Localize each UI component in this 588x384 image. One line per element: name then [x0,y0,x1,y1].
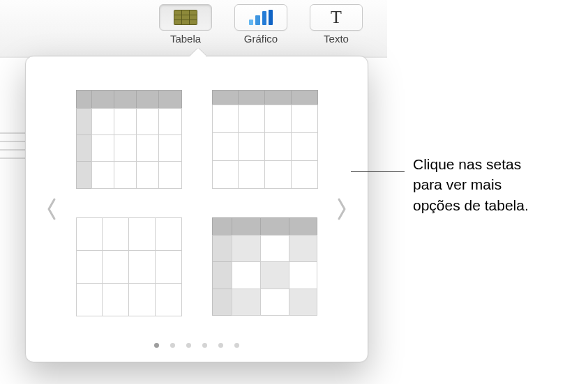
table-button-label: Tabela [170,33,201,45]
toolbar-buttons: Tabela Gráfico T Texto [159,4,363,45]
callout-leader-line [351,171,405,172]
page-dot-1[interactable] [154,343,159,348]
chevron-left-icon [45,197,58,222]
toolbar-item-chart[interactable]: Gráfico [234,4,287,45]
table-style-2[interactable] [212,90,317,188]
page-dot-3[interactable] [186,343,191,348]
table-style-grid [61,56,333,362]
table-style-4[interactable] [212,217,317,316]
callout-line-2: para ver mais [413,176,502,192]
page-dot-2[interactable] [170,343,175,348]
toolbar-item-text[interactable]: T Texto [310,4,363,45]
toolbar-item-table[interactable]: Tabela [159,4,212,45]
chevron-right-icon [336,197,348,222]
callout-line-3: opções de tabela. [413,197,529,213]
table-button[interactable] [159,4,212,31]
table-style-3[interactable] [76,217,181,316]
chart-button-label: Gráfico [244,33,278,45]
text-button[interactable]: T [310,4,363,31]
next-arrow[interactable] [333,192,351,226]
page-dot-5[interactable] [218,343,223,348]
table-icon [174,10,197,25]
callout-text: Clique nas setas para ver mais opções de… [413,154,580,215]
page-dot-4[interactable] [202,343,207,348]
popover-arrow [189,48,206,56]
text-button-label: Texto [324,33,349,45]
chart-icon [249,10,273,25]
table-styles-popover [25,56,368,362]
chart-button[interactable] [234,4,287,31]
page-indicator [26,343,368,348]
callout-line-1: Clique nas setas [413,156,521,172]
popover-body [26,56,368,362]
table-style-1[interactable] [76,90,181,188]
prev-arrow[interactable] [43,192,61,226]
text-icon: T [331,8,342,26]
page-dot-6[interactable] [234,343,239,348]
